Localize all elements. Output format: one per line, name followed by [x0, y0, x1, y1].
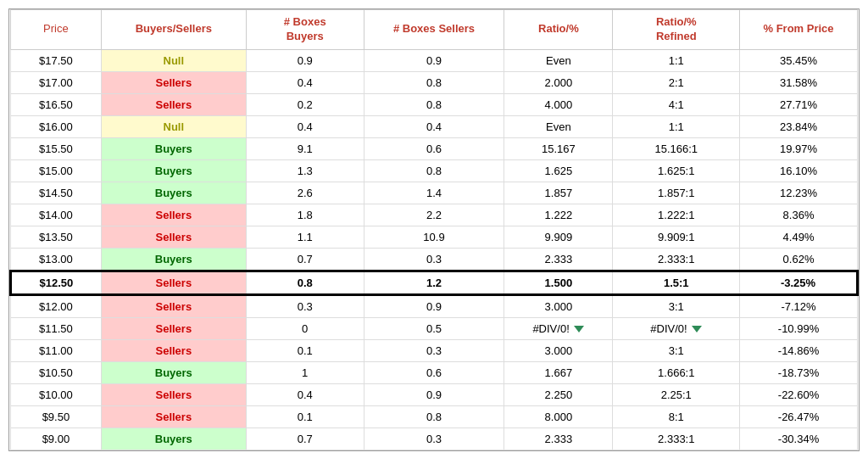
cell-ratio: 2.333 [504, 428, 613, 450]
cell-ratio: 1.625 [504, 159, 613, 182]
cell-price: $16.50 [11, 93, 102, 115]
cell-boxes-sellers: 1.2 [364, 271, 504, 294]
cell-boxes-buyers: 0.1 [246, 405, 364, 428]
cell-price: $9.50 [11, 405, 102, 428]
cell-ratio: 1.667 [504, 361, 613, 383]
cell-boxes-sellers: 0.8 [364, 71, 504, 93]
cell-price: $10.50 [11, 361, 102, 383]
cell-boxes-buyers: 0.4 [246, 383, 364, 405]
cell-ratio: 3.000 [504, 294, 613, 317]
cell-ratio-refined: #DIV/0! [613, 317, 740, 339]
cell-price: $14.00 [11, 204, 102, 226]
cell-buyers-sellers: Sellers [101, 383, 246, 405]
cell-ratio-refined: 9.909:1 [613, 226, 740, 248]
cell-boxes-sellers: 0.3 [364, 428, 504, 450]
cell-from-price: 31.58% [740, 71, 858, 93]
cell-ratio: 2.250 [504, 383, 613, 405]
cell-from-price: 23.84% [740, 115, 858, 137]
cell-buyers-sellers: Null [101, 49, 246, 71]
cell-from-price: -18.73% [740, 361, 858, 383]
cell-price: $11.50 [11, 317, 102, 339]
cell-ratio-refined: 2.333:1 [613, 248, 740, 271]
cell-ratio-refined: 1.625:1 [613, 159, 740, 182]
cell-ratio-refined: 8:1 [613, 405, 740, 428]
cell-boxes-sellers: 0.6 [364, 361, 504, 383]
cell-boxes-buyers: 2.6 [246, 182, 364, 204]
cell-ratio-refined: 2.25:1 [613, 383, 740, 405]
col-header-boxes-buyers: # BoxesBuyers [246, 10, 364, 50]
cell-from-price: 19.97% [740, 137, 858, 159]
cell-ratio-refined: 2.333:1 [613, 428, 740, 450]
cell-buyers-sellers: Buyers [101, 159, 246, 182]
cell-buyers-sellers: Sellers [101, 317, 246, 339]
cell-ratio-refined: 1:1 [613, 115, 740, 137]
cell-buyers-sellers: Sellers [101, 405, 246, 428]
cell-buyers-sellers: Sellers [101, 204, 246, 226]
cell-price: $10.00 [11, 383, 102, 405]
cell-from-price: -26.47% [740, 405, 858, 428]
table-row: $17.50Null0.90.9Even1:135.45% [11, 49, 858, 71]
cell-from-price: 4.49% [740, 226, 858, 248]
table-row: $13.00Buyers0.70.32.3332.333:10.62% [11, 248, 858, 271]
cell-price: $13.50 [11, 226, 102, 248]
cell-boxes-sellers: 0.9 [364, 294, 504, 317]
cell-buyers-sellers: Sellers [101, 339, 246, 361]
cell-boxes-sellers: 0.8 [364, 405, 504, 428]
cell-boxes-sellers: 0.6 [364, 137, 504, 159]
table-row: $16.00Null0.40.4Even1:123.84% [11, 115, 858, 137]
cell-buyers-sellers: Sellers [101, 294, 246, 317]
cell-boxes-buyers: 9.1 [246, 137, 364, 159]
cell-ratio-refined: 4:1 [613, 93, 740, 115]
cell-ratio: 15.167 [504, 137, 613, 159]
cell-from-price: -14.86% [740, 339, 858, 361]
table-row: $17.00Sellers0.40.82.0002:131.58% [11, 71, 858, 93]
cell-boxes-sellers: 0.3 [364, 339, 504, 361]
table-row: $16.50Sellers0.20.84.0004:127.71% [11, 93, 858, 115]
cell-price: $11.00 [11, 339, 102, 361]
cell-boxes-buyers: 0.7 [246, 428, 364, 450]
cell-buyers-sellers: Sellers [101, 93, 246, 115]
arrow-down-icon [574, 326, 584, 332]
cell-from-price: 0.62% [740, 248, 858, 271]
col-header-boxes-sellers: # Boxes Sellers [364, 10, 504, 50]
cell-boxes-buyers: 0.4 [246, 71, 364, 93]
cell-price: $13.00 [11, 248, 102, 271]
table-row: $12.00Sellers0.30.93.0003:1-7.12% [11, 294, 858, 317]
price-table: Price Buyers/Sellers # BoxesBuyers # Box… [9, 9, 859, 450]
cell-boxes-buyers: 0 [246, 317, 364, 339]
table-row: $11.50Sellers00.5#DIV/0! #DIV/0! -10.99% [11, 317, 858, 339]
cell-price: $9.00 [11, 428, 102, 450]
cell-from-price: -10.99% [740, 317, 858, 339]
cell-ratio: 1.857 [504, 182, 613, 204]
cell-boxes-sellers: 0.9 [364, 383, 504, 405]
table-row: $9.00Buyers0.70.32.3332.333:1-30.34% [11, 428, 858, 450]
cell-boxes-sellers: 1.4 [364, 182, 504, 204]
cell-ratio-refined: 1.5:1 [613, 271, 740, 294]
cell-boxes-sellers: 0.9 [364, 49, 504, 71]
cell-from-price: -30.34% [740, 428, 858, 450]
cell-from-price: 8.36% [740, 204, 858, 226]
cell-price: $16.00 [11, 115, 102, 137]
table-row: $14.50Buyers2.61.41.8571.857:112.23% [11, 182, 858, 204]
cell-ratio: 4.000 [504, 93, 613, 115]
cell-boxes-sellers: 0.3 [364, 248, 504, 271]
table-row: $15.50Buyers9.10.615.16715.166:119.97% [11, 137, 858, 159]
cell-ratio-refined: 3:1 [613, 339, 740, 361]
cell-ratio: 3.000 [504, 339, 613, 361]
table-row: $10.50Buyers10.61.6671.666:1-18.73% [11, 361, 858, 383]
col-header-buyers-sellers: Buyers/Sellers [101, 10, 246, 50]
table-row: $14.00Sellers1.82.21.2221.222:18.36% [11, 204, 858, 226]
cell-buyers-sellers: Null [101, 115, 246, 137]
cell-buyers-sellers: Sellers [101, 71, 246, 93]
table-row: $11.00Sellers0.10.33.0003:1-14.86% [11, 339, 858, 361]
cell-price: $15.50 [11, 137, 102, 159]
cell-buyers-sellers: Sellers [101, 226, 246, 248]
cell-boxes-buyers: 0.8 [246, 271, 364, 294]
cell-ratio: 2.000 [504, 71, 613, 93]
cell-boxes-buyers: 0.7 [246, 248, 364, 271]
cell-price: $17.00 [11, 71, 102, 93]
cell-boxes-buyers: 0.4 [246, 115, 364, 137]
cell-boxes-buyers: 1.1 [246, 226, 364, 248]
arrow-down-icon [692, 326, 702, 332]
table-row: $12.50Sellers0.81.21.5001.5:1-3.25% [11, 271, 858, 294]
